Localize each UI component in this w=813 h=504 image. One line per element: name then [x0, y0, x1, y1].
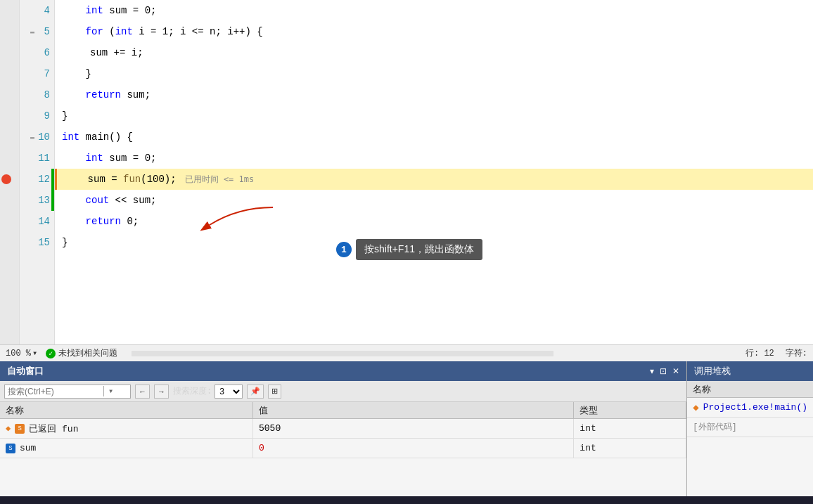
callstack-icon-1: ◆ — [693, 401, 698, 413]
col-header-name: 名称 — [0, 402, 253, 418]
code-indent-12: sum = — [64, 174, 123, 185]
line-number-row-11: 11 — [20, 148, 54, 169]
callstack-text-1: Project1.exe!main() — [703, 402, 807, 413]
line-number-row-7: 7 — [20, 63, 54, 84]
auto-panel: 自动窗口 ▾ ⊡ ✕ ▾ ← → 搜索深度: 3 5 10 📌 — [0, 361, 687, 496]
callstack-table-header: 名称 — [687, 381, 813, 398]
code-editor-area: 4 ▬ 5 6 7 8 9 ▬ 10 11 — [0, 0, 813, 344]
margin-row-13 — [0, 190, 19, 211]
td-value-1: 5050 — [253, 419, 574, 438]
code-indent-14 — [62, 216, 86, 227]
char-indicator: 字符: — [786, 347, 807, 359]
zoom-dropdown-icon[interactable]: ▾ — [32, 348, 37, 358]
code-line-9[interactable]: } — [55, 105, 813, 127]
auto-panel-close-icon[interactable]: ✕ — [672, 366, 679, 376]
code-line-5[interactable]: for (int i = 1; i <= n; i++) { — [55, 21, 813, 42]
margin-row-11 — [0, 148, 19, 169]
col-header-value: 值 — [253, 402, 574, 418]
nav-back-button[interactable]: ← — [135, 385, 150, 399]
callstack-text-2: [外部代码] — [693, 421, 736, 433]
code-main: main() { — [79, 131, 133, 143]
code-line-6[interactable]: sum += i; — [55, 42, 813, 63]
code-kw-int-10: int — [62, 131, 79, 143]
auto-table-row-1[interactable]: ◆ S 已返回 fun 5050 int — [0, 419, 686, 439]
line-number-row-4: 4 — [20, 0, 54, 21]
code-cout-body: << sum; — [109, 195, 156, 206]
line-number-4: 4 — [36, 5, 50, 16]
margin-row-12 — [0, 169, 19, 190]
td-value-2: 0 — [253, 439, 574, 458]
code-line-7[interactable]: } — [55, 63, 813, 84]
auto-panel-title: 自动窗口 — [7, 365, 44, 377]
timing-badge: 已用时间 <= 1ms — [185, 174, 255, 186]
line-number-row-9: 9 — [20, 105, 54, 127]
callstack-row-2[interactable]: [外部代码] — [687, 418, 813, 437]
collapse-icon-5[interactable]: ▬ — [30, 28, 34, 36]
code-zero: 0; — [121, 216, 139, 227]
line-number-row-6: 6 — [20, 42, 54, 63]
line-number-row-15: 15 — [20, 232, 54, 253]
collapse-icon-10[interactable]: ▬ — [30, 134, 34, 141]
code-punc: ( — [103, 26, 115, 37]
code-line-11[interactable]: int sum = 0; — [55, 148, 813, 169]
code-sum: sum += i; — [90, 47, 143, 58]
auto-panel-pin-icon[interactable]: ▾ — [650, 366, 654, 376]
breakpoint-icon[interactable] — [1, 174, 11, 184]
line-number-row-13: 13 — [20, 190, 54, 211]
callstack-title: 调用堆栈 — [694, 365, 731, 377]
margin-row-7 — [0, 63, 19, 84]
line-number-row-10: ▬ 10 — [20, 127, 54, 148]
hint-text-box: 按shift+F11，跳出函数体 — [356, 239, 482, 260]
search-dropdown-icon[interactable]: ▾ — [103, 386, 117, 396]
auto-search-box[interactable]: ▾ — [4, 385, 131, 399]
auto-table-header: 名称 值 类型 — [0, 402, 686, 419]
search-depth-box: 搜索深度: 3 5 10 — [173, 385, 243, 399]
zoom-control[interactable]: 100 % ▾ — [6, 348, 37, 358]
auto-table-row-2[interactable]: S sum 0 int — [0, 439, 686, 458]
callstack-row-1[interactable]: ◆ Project1.exe!main() — [687, 398, 813, 418]
auto-panel-dock-icon[interactable]: ⊡ — [660, 366, 667, 376]
code-indent — [62, 89, 86, 101]
code-sum-11: sum = 0; — [103, 153, 157, 164]
code-return-14: return — [86, 216, 121, 227]
row-icon-2: S — [6, 444, 15, 453]
horizontal-scrollbar[interactable] — [132, 351, 553, 356]
line-number-13: 13 — [36, 195, 50, 206]
status-ok-icon: ✓ — [46, 349, 56, 358]
hint-overlay: 1 按shift+F11，跳出函数体 — [336, 239, 482, 260]
auto-search-input[interactable] — [5, 385, 103, 398]
auto-panel-header: 自动窗口 ▾ ⊡ ✕ — [0, 361, 686, 381]
toolbar-pin-button[interactable]: 📌 — [247, 385, 264, 399]
td-type-2: int — [574, 439, 686, 458]
line-number-row-14: 14 — [20, 211, 54, 232]
line-number-9: 9 — [36, 110, 50, 122]
code-paren: (100); — [141, 174, 176, 185]
auto-table: 名称 值 类型 ◆ S 已返回 fun 5050 int S sum — [0, 402, 686, 496]
code-content[interactable]: int sum = 0; for (int i = 1; i <= n; i++… — [55, 0, 813, 344]
toolbar-expand-button[interactable]: ⊞ — [268, 385, 281, 399]
line-number-row-8: 8 — [20, 84, 54, 105]
code-line-4[interactable]: int sum = 0; — [55, 0, 813, 21]
code-token-var: sum = 0; — [103, 5, 157, 16]
nav-fwd-button[interactable]: → — [154, 385, 169, 399]
code-line-12[interactable]: sum = fun(100); 已用时间 <= 1ms — [55, 169, 813, 190]
code-line-13[interactable]: cout << sum; — [55, 190, 813, 211]
callstack-col-name: 名称 — [687, 381, 813, 397]
line-number-row-5: ▬ 5 — [20, 21, 54, 42]
line-number-5: 5 — [36, 26, 50, 37]
code-line-14[interactable]: return 0; — [55, 211, 813, 232]
depth-label: 搜索深度: — [173, 385, 212, 397]
execution-indicator-bar — [51, 169, 54, 190]
status-bar: 100 % ▾ ✓ 未找到相关问题 行: 12 字符: — [0, 344, 813, 361]
code-brace-15: } — [62, 237, 68, 248]
depth-select[interactable]: 3 5 10 — [215, 385, 243, 399]
code-for-body: i = 1; i <= n; i++) { — [133, 26, 263, 37]
margin-row-5 — [0, 21, 19, 42]
code-line-8[interactable]: return sum; — [55, 84, 813, 105]
line-number-6: 6 — [36, 47, 50, 58]
code-line-10[interactable]: int main() { — [55, 127, 813, 148]
margin-row-8 — [0, 84, 19, 105]
row-indicator: 行: 12 — [745, 347, 774, 359]
status-ok-area: ✓ 未找到相关问题 — [46, 347, 117, 359]
row-name-1: 已返回 fun — [29, 422, 78, 435]
